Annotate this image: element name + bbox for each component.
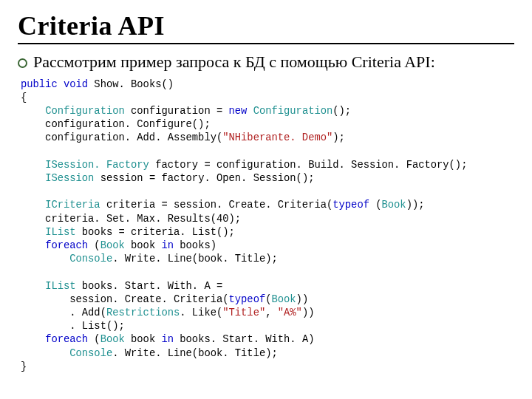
txt: book xyxy=(125,240,162,251)
txt: , xyxy=(265,307,278,318)
type-book4: Book xyxy=(100,334,125,345)
bullet-row: Рассмотрим пример запроса к БД с помощью… xyxy=(18,52,514,72)
txt: . List(); xyxy=(21,321,125,332)
txt: . Write. Line(book. Title); xyxy=(112,253,278,265)
type-console: Console xyxy=(69,253,112,265)
bullet-text: Рассмотрим пример запроса к БД с помощью… xyxy=(33,52,435,72)
txt: ( xyxy=(369,200,382,211)
type-restrictions: Restrictions xyxy=(106,307,180,318)
txt: configuration. Add. Assembly( xyxy=(21,132,222,143)
txt: . Add( xyxy=(21,307,106,318)
divider xyxy=(18,43,514,44)
txt: ( xyxy=(88,334,100,345)
kw-new: new xyxy=(229,106,248,117)
txt: configuration. Configure(); xyxy=(21,119,211,130)
txt: session = factory. Open. Session(); xyxy=(94,173,314,184)
type-isession: ISession xyxy=(45,173,94,184)
txt: )); xyxy=(406,200,425,211)
txt: . Write. Line(book. Title); xyxy=(112,348,278,359)
txt: . Like( xyxy=(180,307,222,318)
txt: books = criteria. List(); xyxy=(76,227,235,238)
kw-in2: in xyxy=(161,334,174,345)
kw-typeof2: typeof xyxy=(229,294,266,305)
txt: criteria. Set. Max. Results(40); xyxy=(21,214,241,225)
type-icriteria: ICriteria xyxy=(45,200,100,211)
kw-foreach: foreach xyxy=(45,240,88,251)
bullet-icon xyxy=(18,58,27,68)
type-console2: Console xyxy=(69,348,112,359)
kw-void: void xyxy=(64,79,88,90)
txt: books) xyxy=(174,240,216,251)
txt: configuration = xyxy=(125,106,229,117)
brace-close: } xyxy=(21,361,27,372)
str-title: "Title" xyxy=(222,307,265,318)
txt: criteria = session. Create. Criteria( xyxy=(100,200,333,211)
type-book2: Book xyxy=(100,240,125,251)
page-title: Criteria API xyxy=(18,10,514,41)
txt: books. Start. With. A) xyxy=(174,334,314,345)
txt: ); xyxy=(332,132,345,143)
type-cfg: Configuration xyxy=(45,106,125,117)
type-ilist: IList xyxy=(45,227,75,238)
txt: factory = configuration. Build. Session.… xyxy=(149,160,468,171)
str-demo: "NHiberante. Demo" xyxy=(222,132,332,143)
type-book: Book xyxy=(382,200,406,211)
kw-typeof: typeof xyxy=(332,200,369,211)
type-book3: Book xyxy=(271,294,296,305)
kw-foreach2: foreach xyxy=(45,334,88,345)
str-pattern: "A%" xyxy=(278,307,302,318)
txt: books. Start. With. A = xyxy=(76,281,223,292)
txt: (); xyxy=(332,106,351,117)
type-cfg2: Configuration xyxy=(253,106,333,117)
slide: Criteria API Рассмотрим пример запроса к… xyxy=(0,0,532,387)
type-ilist2: IList xyxy=(45,281,75,292)
type-isf: ISession. Factory xyxy=(45,160,149,171)
txt: )) xyxy=(296,294,309,305)
fn-name: Show. Books() xyxy=(88,79,174,90)
code-block: public void Show. Books() { Configuratio… xyxy=(21,78,514,374)
txt: book xyxy=(125,334,162,345)
txt: ( xyxy=(88,240,100,251)
txt: session. Create. Criteria( xyxy=(21,294,229,305)
kw-public: public xyxy=(21,79,58,90)
txt: )) xyxy=(302,307,315,318)
kw-in: in xyxy=(161,240,174,251)
brace-open: { xyxy=(21,92,27,103)
